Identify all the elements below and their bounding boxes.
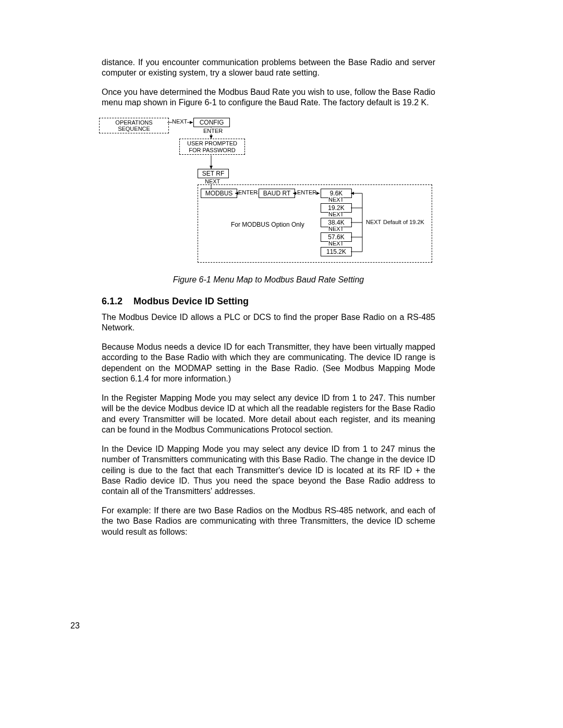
page: distance. If you encounter communication… xyxy=(0,0,563,728)
connector-rate-loop xyxy=(102,117,467,273)
page-number: 23 xyxy=(70,621,80,631)
figure-6-1-diagram: OPERATIONS SEQUENCE NEXT CONFIG ENTER US… xyxy=(102,117,435,263)
section-heading-wrap: 6.1.2 Modbus Device ID Setting xyxy=(131,296,435,307)
content-column: distance. If you encounter communication… xyxy=(102,57,435,546)
paragraph-5: In the Register Mapping Mode you may sel… xyxy=(102,393,435,436)
paragraph-7: For example: If there are two Base Radio… xyxy=(102,505,435,537)
label-default: Default of 19.2K xyxy=(383,219,424,225)
section-title: Modbus Device ID Setting xyxy=(133,296,249,306)
paragraph-1: distance. If you encounter communication… xyxy=(102,57,435,79)
label-next-loop: NEXT xyxy=(366,219,381,225)
paragraph-2: Once you have determined the Modbus Baud… xyxy=(102,87,435,108)
paragraph-4: Because Modus needs a device ID for each… xyxy=(102,342,435,385)
section-heading: 6.1.2 Modbus Device ID Setting xyxy=(131,296,435,307)
section-number: 6.1.2 xyxy=(102,296,131,307)
label-modbus-option: For MODBUS Option Only xyxy=(231,221,304,228)
svg-marker-14 xyxy=(351,192,354,195)
figure-caption: Figure 6-1 Menu Map to Modbus Baud Rate … xyxy=(102,275,435,285)
paragraph-3: The Modbus Device ID allows a PLC or DCS… xyxy=(102,312,435,334)
paragraph-6: In the Device ID Mapping Mode you may se… xyxy=(102,444,435,497)
